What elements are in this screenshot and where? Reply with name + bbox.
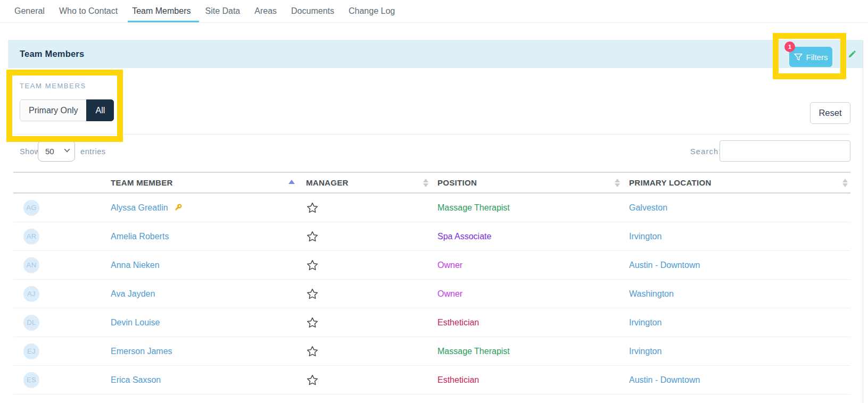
position-link[interactable]: Massage Therapist (437, 203, 510, 213)
page-size-select[interactable]: 50 (38, 140, 75, 162)
avatar: AR (23, 229, 39, 245)
header-primary-location[interactable]: PRIMARY LOCATION (623, 173, 850, 192)
table-row: AR Amelia Roberts Spa Associate Irvingto… (13, 222, 850, 251)
avatar: DL (23, 315, 39, 331)
page-title: Team Members (20, 49, 84, 59)
location-link[interactable]: Irvington (629, 347, 662, 356)
table-row: AN Anna Nieken Owner Austin - Downtown (13, 251, 850, 280)
avatar-initials: EJ (27, 347, 36, 355)
filters-button-label: Filters (806, 53, 828, 62)
table-row: DL Devin Louise Esthetician Irvington (13, 308, 850, 337)
position-link[interactable]: Esthetician (437, 318, 479, 328)
sort-asc-icon (288, 180, 295, 184)
position-link[interactable]: Esthetician (437, 375, 479, 385)
header-position[interactable]: POSITION (431, 173, 623, 192)
toggle-all[interactable]: All (86, 99, 114, 121)
key-icon (173, 203, 183, 213)
table-row: EJ Emerson James Massage Therapist Irvin… (13, 337, 850, 366)
search-label: Search: (690, 147, 721, 156)
top-nav: General Who to Contact Team Members Site… (0, 0, 868, 23)
tab-documents[interactable]: Documents (290, 0, 335, 22)
team-member-link[interactable]: Amelia Roberts (111, 232, 169, 241)
manager-star-icon[interactable] (306, 374, 319, 387)
manager-star-icon[interactable] (306, 202, 319, 214)
avatar: EJ (23, 343, 39, 359)
sort-icons (615, 179, 620, 187)
avatar: ES (23, 372, 39, 388)
entries-label: entries (80, 147, 106, 156)
location-link[interactable]: Washington (629, 289, 674, 299)
section-divider (13, 134, 850, 135)
sort-icons (423, 179, 428, 187)
position-link[interactable]: Spa Associate (437, 232, 491, 241)
location-link[interactable]: Irvington (629, 232, 662, 241)
header-team-member-label: TEAM MEMBER (111, 178, 173, 187)
avatar: AJ (23, 286, 39, 302)
manager-star-icon[interactable] (306, 259, 319, 272)
team-member-link[interactable]: Anna Nieken (111, 261, 160, 270)
team-member-link[interactable]: Devin Louise (111, 318, 160, 328)
search-input[interactable] (720, 140, 850, 162)
header-team-member[interactable]: TEAM MEMBER (97, 173, 298, 192)
tab-site-data[interactable]: Site Data (204, 0, 241, 22)
reset-button[interactable]: Reset (810, 102, 850, 124)
position-link[interactable]: Owner (437, 261, 462, 270)
header-manager-label: MANAGER (306, 178, 349, 187)
position-link[interactable]: Owner (437, 289, 462, 299)
location-link[interactable]: Irvington (629, 318, 662, 328)
tab-change-log[interactable]: Change Log (348, 0, 396, 22)
team-members-toggle: Primary Only All (20, 99, 114, 121)
sort-icons (842, 179, 848, 187)
filters-button[interactable]: 1 Filters (789, 47, 832, 67)
avatar-initials: AJ (27, 290, 36, 298)
manager-star-icon[interactable] (306, 288, 319, 300)
avatar: AG (23, 200, 39, 216)
tab-team-members[interactable]: Team Members (131, 0, 192, 22)
avatar: AN (23, 257, 39, 273)
table-header-row: TEAM MEMBER MANAGER POSITION PRIMARY LOC… (13, 172, 850, 194)
avatar-initials: AR (27, 232, 37, 240)
tab-who-to-contact[interactable]: Who to Contact (58, 0, 119, 22)
location-link[interactable]: Austin - Downtown (629, 261, 700, 270)
team-member-link[interactable]: Emerson James (111, 347, 172, 356)
toggle-primary-only[interactable]: Primary Only (20, 99, 86, 121)
location-link[interactable]: Galveston (629, 203, 667, 213)
header-position-label: POSITION (437, 178, 477, 187)
section-header: Team Members 1 Filters (8, 40, 863, 68)
team-member-link[interactable]: Ava Jayden (111, 289, 155, 299)
panel-right-border (863, 40, 863, 403)
team-members-table: TEAM MEMBER MANAGER POSITION PRIMARY LOC… (13, 172, 850, 394)
header-primary-location-label: PRIMARY LOCATION (629, 178, 712, 187)
team-member-link[interactable]: Alyssa Greatlin (111, 203, 168, 213)
avatar-initials: ES (27, 376, 36, 384)
filters-count-badge: 1 (784, 41, 795, 52)
table-row: AG Alyssa Greatlin Massage Therapist Gal… (13, 194, 850, 222)
tab-areas[interactable]: Areas (253, 0, 278, 22)
filter-funnel-icon (794, 53, 803, 61)
location-link[interactable]: Austin - Downtown (629, 375, 700, 385)
header-manager[interactable]: MANAGER (298, 173, 431, 192)
manager-star-icon[interactable] (306, 345, 319, 358)
table-row: ES Erica Saxson Esthetician Austin - Dow… (13, 366, 850, 394)
avatar-initials: AN (27, 261, 37, 269)
team-member-link[interactable]: Erica Saxson (111, 375, 161, 385)
edit-pencil-icon[interactable] (847, 49, 857, 59)
position-link[interactable]: Massage Therapist (437, 347, 510, 356)
tab-general[interactable]: General (13, 0, 46, 22)
avatar-initials: AG (26, 204, 36, 212)
team-members-filter-label: TEAM MEMBERS (20, 82, 86, 90)
header-avatar-spacer (13, 173, 97, 192)
show-label: Show (20, 147, 40, 156)
table-row: AJ Ava Jayden Owner Washington (13, 280, 850, 308)
avatar-initials: DL (27, 318, 36, 326)
table-body: AG Alyssa Greatlin Massage Therapist Gal… (13, 194, 850, 394)
manager-star-icon[interactable] (306, 230, 319, 243)
manager-star-icon[interactable] (306, 316, 319, 329)
